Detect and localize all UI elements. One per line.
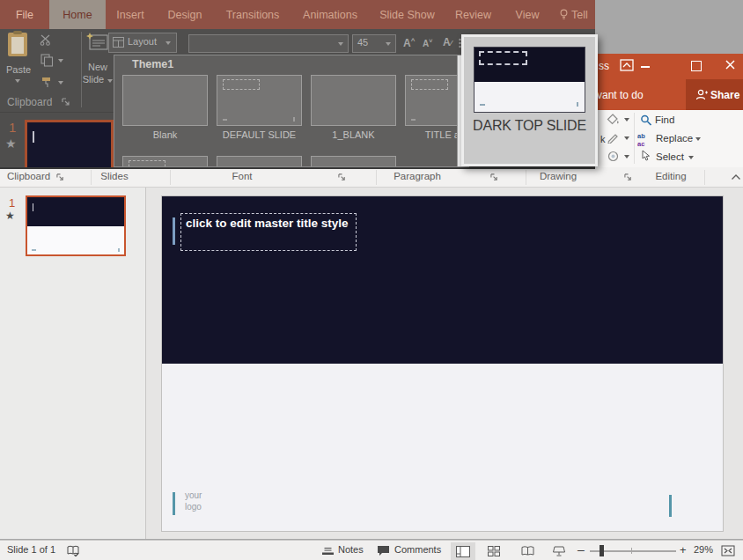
group-divider (91, 170, 92, 185)
comments-button[interactable]: Comments (394, 544, 441, 555)
tab-insert[interactable]: Insert (106, 0, 155, 29)
zoom-level[interactable]: 29% (694, 544, 713, 555)
window-titlebar: ss (595, 54, 743, 79)
select-icon[interactable] (642, 150, 651, 161)
copy-icon[interactable] (40, 54, 54, 67)
corner-mark (480, 104, 485, 106)
decrease-font-size-icon[interactable]: A˅ (423, 38, 432, 48)
dark-top-slide-thumbnail[interactable] (474, 47, 585, 113)
clipboard-group-label-overlay: Clipboard (7, 96, 52, 108)
share-button[interactable]: Share (686, 79, 743, 110)
shape-fill-icon[interactable] (607, 114, 620, 125)
drawing-dialog-launcher-icon[interactable] (624, 173, 632, 181)
layout-dropdown-menu: Theme1 Blank DEFAULT SLIDE 1_BLANK TITLE… (114, 55, 469, 167)
find-button[interactable]: Find (655, 114, 674, 125)
font-dialog-launcher-icon[interactable] (338, 173, 346, 181)
slide-editing-canvas[interactable]: click to edit master title style your lo… (161, 195, 724, 532)
zoom-in-button[interactable]: + (680, 543, 687, 556)
group-label-paragraph: Paragraph (379, 171, 456, 181)
thumb-cursor-mark (33, 203, 33, 211)
overlay-animation-star-icon: ★ (5, 136, 17, 151)
logo-line1: your (185, 490, 202, 501)
paste-button[interactable]: Paste (0, 64, 37, 75)
layout-option-partial[interactable] (217, 156, 302, 167)
new-slide-caret (107, 79, 113, 83)
replace-button[interactable]: Replace (656, 133, 693, 144)
new-slide-label-line1[interactable]: New (79, 62, 116, 72)
layout-option-partial[interactable] (122, 156, 208, 167)
close-button[interactable] (725, 59, 736, 70)
slide-1-thumbnail[interactable] (26, 195, 126, 256)
dark-top-slide-popup: DARK TOP SLIDE (461, 34, 598, 166)
clipboard-dialog-launcher-icon[interactable] (56, 173, 64, 181)
format-painter-icon[interactable] (40, 77, 53, 88)
replace-caret[interactable] (695, 137, 701, 141)
tell-me-fragment: vant to do (597, 89, 644, 101)
normal-view-button[interactable] (451, 542, 475, 560)
tab-tell-label: Tell (571, 9, 588, 21)
font-name-combobox[interactable] (188, 34, 349, 53)
tab-file[interactable]: File (0, 0, 49, 29)
select-button[interactable]: Select (656, 151, 684, 162)
paragraph-dialog-launcher-icon[interactable] (490, 173, 498, 181)
cut-icon[interactable] (40, 34, 54, 46)
find-icon[interactable] (640, 114, 652, 126)
reading-view-icon[interactable] (521, 546, 534, 556)
tab-design[interactable]: Design (155, 0, 215, 29)
notes-icon[interactable] (322, 547, 334, 556)
minimize-button[interactable] (641, 66, 650, 68)
slide-sorter-view-icon[interactable] (488, 546, 500, 556)
tab-home-label: Home (63, 9, 92, 21)
layout-button[interactable]: Layout (108, 33, 177, 53)
logo-placeholder[interactable]: your logo (185, 490, 202, 512)
overlay-slide-number: 1 (9, 120, 16, 135)
shape-outline-icon[interactable] (607, 132, 620, 144)
tab-transitions[interactable]: Transitions (215, 0, 291, 29)
slide-show-view-icon[interactable] (553, 546, 565, 556)
spell-check-icon[interactable] (67, 545, 79, 556)
shape-fill-caret[interactable] (624, 118, 629, 122)
overlay-slide-thumbnail[interactable] (25, 120, 114, 167)
tab-review[interactable]: Review (445, 0, 502, 29)
paste-caret[interactable] (15, 79, 20, 83)
paste-clipboard-icon[interactable] (8, 33, 27, 56)
group-label-drawing: Drawing (528, 171, 588, 181)
slide-number: 1 (9, 196, 15, 210)
tab-view[interactable]: View (502, 0, 553, 29)
tab-design-label: Design (168, 9, 202, 21)
layout-option-default-slide[interactable] (217, 75, 302, 126)
tab-tell-me[interactable]: Tell (553, 0, 595, 29)
clear-formatting-icon[interactable]: A⁄ (443, 36, 452, 48)
layout-caret (166, 41, 171, 45)
layout-option-label: 1_BLANK (311, 129, 396, 140)
notes-button[interactable]: Notes (338, 544, 364, 555)
group-label-editing: Editing (643, 171, 699, 181)
layout-option-1-blank[interactable] (311, 75, 396, 126)
ribbon-right-strip: k Find ab ac Replace Select (595, 110, 743, 167)
replace-icon[interactable]: ab ac (637, 131, 645, 147)
copy-caret[interactable] (58, 59, 63, 63)
layout-option-blank[interactable] (122, 75, 208, 126)
maximize-button[interactable] (691, 61, 702, 71)
increase-font-size-icon[interactable]: A˄ (403, 36, 415, 49)
zoom-out-button[interactable]: – (577, 542, 585, 556)
master-title-placeholder[interactable]: click to edit master title style (180, 213, 357, 251)
shape-outline-caret[interactable] (624, 136, 629, 140)
font-size-combobox[interactable]: 45 (352, 34, 396, 53)
layout-option-partial[interactable] (311, 156, 396, 167)
zoom-slider-handle[interactable] (600, 545, 604, 556)
tab-home[interactable]: Home (49, 0, 106, 29)
tab-animations[interactable]: Animations (291, 0, 370, 29)
tab-slide-show[interactable]: Slide Show (370, 0, 445, 29)
new-slide-icon[interactable] (86, 33, 109, 52)
select-caret[interactable] (688, 156, 694, 159)
ribbon-display-options-icon[interactable] (620, 59, 634, 71)
shape-effects-icon[interactable] (607, 151, 620, 162)
clipboard-dialog-launcher-icon[interactable] (62, 98, 70, 107)
collapse-ribbon-icon[interactable] (731, 173, 741, 181)
comments-icon[interactable] (377, 545, 390, 556)
format-painter-caret[interactable] (58, 81, 63, 85)
fit-slide-to-window-icon[interactable] (721, 544, 735, 557)
shape-effects-caret[interactable] (624, 155, 629, 158)
font-size-value: 45 (357, 37, 368, 48)
